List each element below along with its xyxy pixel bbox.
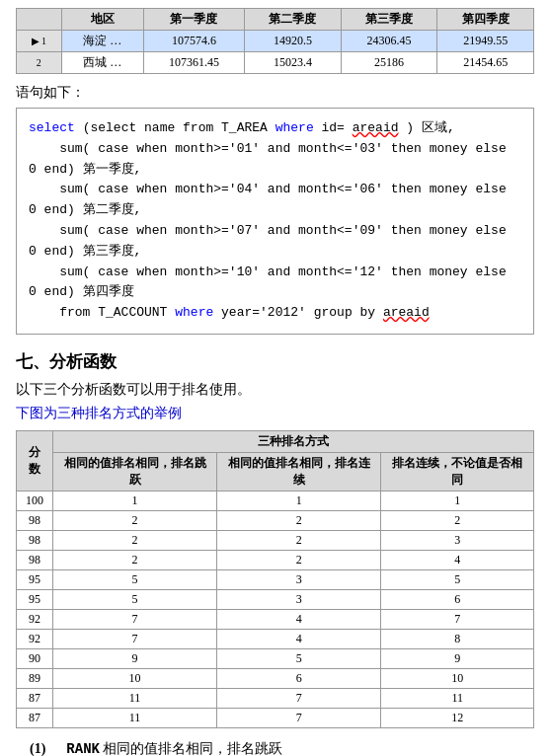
- quarters-table: 地区 第一季度 第二季度 第三季度 第四季度 ▶ 1 海淀 … 107574.6…: [16, 8, 534, 74]
- code-line-9: 0 end) 第四季度: [29, 282, 521, 303]
- q3-1: 24306.45: [341, 31, 437, 52]
- table-row: 98222: [17, 510, 534, 530]
- var-areaid-2: areaid: [383, 305, 430, 320]
- kw-where-1: where: [275, 120, 314, 135]
- kw-where-2: where: [175, 305, 213, 320]
- table-row: 98224: [17, 550, 534, 569]
- rank-item-1: (1) RANK 相同的值排名相同，排名跳跃: [16, 740, 534, 756]
- table-row: 92747: [17, 609, 534, 629]
- col-title: 三种排名方式: [52, 430, 533, 452]
- section-label: 语句如下：: [16, 84, 534, 102]
- code-line-6: sum( case when month>='07' and month<='0…: [29, 221, 521, 242]
- intro-text: 以下三个分析函数可以用于排名使用。: [16, 381, 534, 399]
- q2-2: 15023.4: [245, 52, 342, 74]
- table-row[interactable]: 2 西城 … 107361.45 15023.4 25186 21454.65: [17, 52, 534, 74]
- kw-select: select: [29, 120, 75, 135]
- q4-1: 21949.55: [437, 31, 534, 52]
- table-row: 95536: [17, 589, 534, 609]
- code-line-1: select (select name from T_AREA where id…: [29, 118, 521, 139]
- code-block: select (select name from T_AREA where id…: [16, 108, 534, 335]
- col-header-q2: 第二季度: [245, 9, 342, 31]
- section7-heading: 七、分析函数: [16, 350, 534, 373]
- rank-num: (1): [30, 741, 45, 756]
- col-score: 分数: [17, 430, 53, 491]
- table-row: 90959: [17, 648, 534, 668]
- rank-table: 分数 三种排名方式 相同的值排名相同，排名跳跃 相同的值排名相同，排名连续 排名…: [16, 430, 534, 728]
- code-line-8: sum( case when month>='10' and month<='1…: [29, 263, 521, 283]
- top-table-section: 地区 第一季度 第二季度 第三季度 第四季度 ▶ 1 海淀 … 107574.6…: [16, 8, 534, 74]
- sub-header-row: 相同的值排名相同，排名跳跃 相同的值排名相同，排名连续 排名连续，不论值是否相同: [17, 452, 534, 491]
- code-line-7: 0 end) 第三季度,: [29, 242, 521, 263]
- table-caption: 下图为三种排名方式的举例: [16, 405, 534, 422]
- q3-2: 25186: [341, 52, 437, 74]
- q2-1: 14920.5: [245, 31, 342, 52]
- table-row: 8910610: [17, 668, 534, 688]
- title-row: 分数 三种排名方式: [17, 430, 534, 452]
- table-row: 8711711: [17, 688, 534, 708]
- rank-table-wrap: 分数 三种排名方式 相同的值排名相同，排名跳跃 相同的值排名相同，排名连续 排名…: [16, 430, 534, 728]
- code-line-4: sum( case when month>='04' and month<='0…: [29, 180, 521, 200]
- row-num-2: 2: [17, 52, 62, 74]
- col-rank3: 排名连续，不论值是否相同: [381, 452, 534, 491]
- table-row: 98223: [17, 530, 534, 550]
- table-row: 92748: [17, 629, 534, 648]
- row-arrow-1: ▶ 1: [17, 31, 62, 52]
- q1-1: 107574.6: [143, 31, 244, 52]
- table-row: 8711712: [17, 708, 534, 727]
- area-2: 西城 …: [61, 52, 143, 74]
- area-1: 海淀 …: [61, 31, 143, 52]
- var-areaid-1: areaid: [353, 120, 399, 135]
- col-header-q1: 第一季度: [143, 9, 244, 31]
- code-line-2: sum( case when month>='01' and month<='0…: [29, 139, 521, 160]
- col-header-area: 地区: [61, 9, 143, 31]
- rank-fn: RANK: [66, 741, 100, 756]
- table-row: 95535: [17, 569, 534, 589]
- col-header-q4: 第四季度: [437, 9, 534, 31]
- col-rank2: 相同的值排名相同，排名连续: [217, 452, 381, 491]
- rank-desc: 相同的值排名相同，排名跳跃: [103, 741, 282, 756]
- q1-2: 107361.45: [143, 52, 244, 74]
- code-line-10: from T_ACCOUNT where year='2012' group b…: [29, 303, 521, 324]
- table-row[interactable]: ▶ 1 海淀 … 107574.6 14920.5 24306.45 21949…: [17, 31, 534, 52]
- col-header-q3: 第三季度: [341, 9, 437, 31]
- table-row: 100111: [17, 491, 534, 510]
- code-line-5: 0 end) 第二季度,: [29, 200, 521, 221]
- col-header-arrow: [17, 9, 62, 31]
- col-rank1: 相同的值排名相同，排名跳跃: [52, 452, 216, 491]
- q4-2: 21454.65: [437, 52, 534, 74]
- code-line-3: 0 end) 第一季度,: [29, 160, 521, 181]
